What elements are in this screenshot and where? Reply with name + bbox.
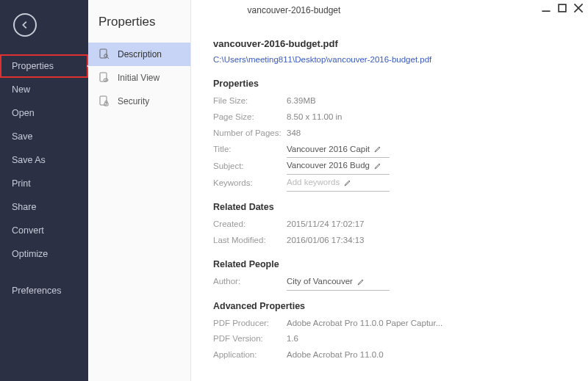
value-subject: Vancouver 2016 Budg <box>287 158 370 174</box>
svg-rect-4 <box>100 49 107 58</box>
value-producer: Adobe Acrobat Pro 11.0.0 Paper Captur... <box>287 316 442 332</box>
row-producer: PDF Producer: Adobe Acrobat Pro 11.0.0 P… <box>213 316 566 332</box>
value-author: City of Vancouver <box>287 274 353 290</box>
sidebar-item-label: Optimize <box>12 249 48 259</box>
sidebar-item-save-as[interactable]: Save As <box>0 148 88 172</box>
row-application: Application: Adobe Acrobat Pro 11.0.0 <box>213 347 566 363</box>
close-button[interactable] <box>573 3 584 13</box>
label-application: Application: <box>213 347 287 363</box>
row-version: PDF Version: 1.6 <box>213 331 566 347</box>
subject-field[interactable]: Vancouver 2016 Budg <box>287 158 390 175</box>
edit-icon <box>374 145 381 153</box>
sidebar-item-label: Save As <box>12 155 46 165</box>
sidebar-item-label: New <box>12 84 30 95</box>
value-file-size: 6.39MB <box>287 93 316 109</box>
label-num-pages: Number of Pages: <box>213 126 287 142</box>
row-num-pages: Number of Pages: 348 <box>213 126 566 142</box>
row-keywords: Keywords: Add keywords <box>213 175 566 192</box>
tab-initial-view[interactable]: Initial View <box>88 66 190 90</box>
maximize-button[interactable] <box>557 3 567 13</box>
tab-label: Security <box>118 96 149 106</box>
document-search-icon <box>98 48 110 60</box>
sidebar-item-convert[interactable]: Convert <box>0 219 88 242</box>
document-path-link[interactable]: C:\Users\meeting811\Desktop\vancouver-20… <box>213 55 566 64</box>
section-people-title: Related People <box>213 259 566 269</box>
sidebar-item-share[interactable]: Share <box>0 195 88 219</box>
sidebar-item-new[interactable]: New <box>0 78 88 101</box>
value-created: 2015/11/24 17:02:17 <box>287 217 365 233</box>
row-title: Title: Vancouver 2016 Capit <box>213 142 566 159</box>
sidebar-item-label: Preferences <box>12 286 61 296</box>
label-file-size: File Size: <box>213 93 287 109</box>
keywords-field[interactable]: Add keywords <box>287 175 390 192</box>
window-title: vancouver-2016-budget <box>248 5 341 15</box>
secondary-sidebar: Properties Description Initial View Secu… <box>88 0 191 381</box>
window-controls <box>541 3 584 13</box>
title-field[interactable]: Vancouver 2016 Capit <box>287 142 390 159</box>
label-keywords: Keywords: <box>213 175 287 192</box>
label-author: Author: <box>213 274 287 290</box>
edit-icon <box>357 278 365 286</box>
value-title: Vancouver 2016 Capit <box>287 142 370 158</box>
edit-icon <box>344 179 351 186</box>
sidebar-item-label: Open <box>12 108 35 118</box>
label-version: PDF Version: <box>213 331 287 347</box>
svg-line-6 <box>107 57 109 59</box>
sidebar-item-save[interactable]: Save <box>0 125 88 148</box>
label-subject: Subject: <box>213 159 287 175</box>
edit-icon <box>374 162 381 170</box>
label-modified: Last Modified: <box>213 233 287 249</box>
sidebar-item-properties[interactable]: Properties <box>0 54 88 78</box>
row-page-size: Page Size: 8.50 x 11.00 in <box>213 109 566 126</box>
sidebar-item-optimize[interactable]: Optimize <box>0 242 88 266</box>
row-modified: Last Modified: 2016/01/06 17:34:13 <box>213 233 566 249</box>
document-lock-icon <box>98 95 110 107</box>
sidebar-item-label: Share <box>12 202 36 212</box>
sidebar-item-preferences[interactable]: Preferences <box>0 279 88 302</box>
sidebar-item-label: Convert <box>12 225 44 236</box>
document-filename: vancouver-2016-budget.pdf <box>213 38 566 49</box>
tab-label: Initial View <box>118 73 159 83</box>
svg-point-5 <box>104 54 107 57</box>
label-page-size: Page Size: <box>213 109 287 126</box>
document-eye-icon <box>98 72 110 84</box>
sidebar-item-label: Print <box>12 178 31 189</box>
tab-description[interactable]: Description <box>88 43 190 66</box>
sidebar-item-label: Properties <box>12 61 54 71</box>
value-page-size: 8.50 x 11.00 in <box>287 109 342 126</box>
value-num-pages: 348 <box>287 126 301 142</box>
svg-point-9 <box>105 79 107 81</box>
row-subject: Subject: Vancouver 2016 Budg <box>213 158 566 175</box>
sidebar-item-print[interactable]: Print <box>0 172 88 195</box>
value-version: 1.6 <box>287 331 298 347</box>
tab-security[interactable]: Security <box>88 90 190 113</box>
section-properties-title: Properties <box>213 79 566 89</box>
sidebar-item-open[interactable]: Open <box>0 101 88 125</box>
content-area: vancouver-2016-budget.pdf C:\Users\meeti… <box>191 21 588 381</box>
section-advanced-title: Advanced Properties <box>213 301 566 311</box>
value-application: Adobe Acrobat Pro 11.0.0 <box>287 347 384 363</box>
label-title: Title: <box>213 142 287 158</box>
secondary-title: Properties <box>88 0 190 43</box>
value-modified: 2016/01/06 17:34:13 <box>287 233 365 249</box>
svg-rect-1 <box>559 4 566 12</box>
minimize-button[interactable] <box>541 3 551 13</box>
label-created: Created: <box>213 217 287 233</box>
label-producer: PDF Producer: <box>213 316 287 332</box>
back-button[interactable] <box>13 13 37 37</box>
author-field[interactable]: City of Vancouver <box>287 274 390 291</box>
row-file-size: File Size: 6.39MB <box>213 93 566 109</box>
primary-sidebar: Properties New Open Save Save As Print S… <box>0 0 88 381</box>
sidebar-separator <box>0 266 88 279</box>
tab-label: Description <box>118 49 162 59</box>
row-author: Author: City of Vancouver <box>213 274 566 291</box>
section-dates-title: Related Dates <box>213 202 566 212</box>
placeholder-keywords: Add keywords <box>287 175 340 191</box>
row-created: Created: 2015/11/24 17:02:17 <box>213 217 566 233</box>
sidebar-item-label: Save <box>12 131 33 142</box>
